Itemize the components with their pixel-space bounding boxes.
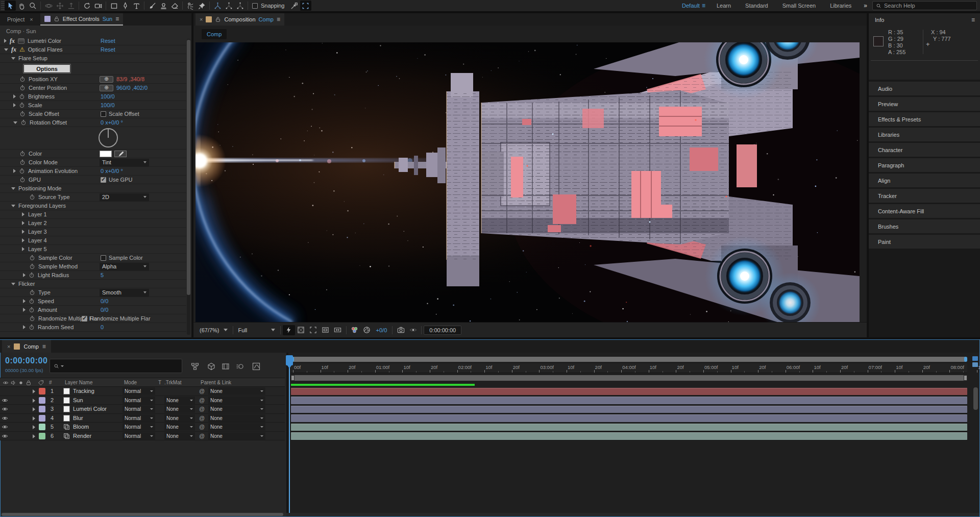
- time-ruler[interactable]: 00f10f20f01:00f10f20f02:00f10f20f03:00f1…: [291, 363, 967, 373]
- group-flicker[interactable]: Flicker: [0, 280, 186, 288]
- use-gpu-checkbox[interactable]: [101, 177, 106, 183]
- stopwatch-icon[interactable]: [29, 194, 35, 200]
- reset-link[interactable]: Reset: [101, 46, 115, 53]
- stopwatch-icon[interactable]: [19, 93, 25, 100]
- stopwatch-icon[interactable]: [19, 159, 26, 165]
- expand-icon[interactable]: [33, 425, 35, 429]
- reset-link[interactable]: Reset: [101, 38, 115, 44]
- expand-icon[interactable]: [33, 407, 35, 411]
- expand-icon[interactable]: [13, 103, 16, 107]
- puppet-pin-tool[interactable]: [196, 1, 207, 11]
- brush-tool[interactable]: [146, 1, 158, 11]
- work-area-bar[interactable]: [291, 375, 967, 381]
- panel-preview[interactable]: Preview: [869, 97, 980, 111]
- prop-position-xy[interactable]: Position XY ⊕ 83/9 ,340/8: [0, 75, 186, 84]
- color-mode-dropdown[interactable]: Tint: [100, 159, 149, 166]
- effect-row-lumetri[interactable]: fx Lumetri Color Reset: [0, 37, 186, 45]
- prop-rotation-offset[interactable]: Rotation Offset 0 x+0/0 °: [0, 118, 186, 127]
- layer-name[interactable]: Lumetri Color: [73, 406, 107, 412]
- prop-value[interactable]: 0: [101, 324, 104, 330]
- visibility-eye-icon[interactable]: [2, 406, 9, 412]
- prop-value[interactable]: 0 x+0/0 °: [101, 119, 123, 126]
- stopwatch-icon[interactable]: [19, 111, 26, 117]
- prop-value[interactable]: 0/0: [101, 307, 108, 313]
- region-of-interest-icon[interactable]: [307, 325, 320, 335]
- parent-dropdown[interactable]: None: [208, 432, 265, 440]
- pick-whip-icon[interactable]: @: [199, 406, 205, 412]
- parent-dropdown[interactable]: None: [208, 405, 265, 413]
- composition-tab-close-icon[interactable]: ×: [200, 16, 203, 22]
- pick-whip-icon[interactable]: @: [199, 397, 205, 403]
- stopwatch-icon[interactable]: [29, 255, 35, 261]
- prop-value[interactable]: 0/0: [101, 298, 108, 304]
- exposure-icon[interactable]: [361, 325, 373, 335]
- panel-align[interactable]: Align: [869, 174, 980, 187]
- magnification-dropdown[interactable]: (67/7%): [197, 326, 231, 335]
- prop-scale[interactable]: Scale 100/0: [0, 101, 186, 110]
- pick-whip-icon[interactable]: @: [199, 433, 205, 439]
- timeline-vertical-scrollbar[interactable]: [973, 387, 978, 512]
- col-t[interactable]: T: [158, 380, 161, 385]
- resolution-dropdown[interactable]: Full: [235, 326, 278, 335]
- collapse-icon[interactable]: [11, 187, 15, 190]
- prop-color[interactable]: Color: [0, 150, 186, 158]
- expand-icon[interactable]: [33, 416, 35, 421]
- effect-row-optical-flares[interactable]: fx ⚠ Optical Flares Reset: [0, 45, 186, 54]
- composition-flowchart-icon[interactable]: [189, 361, 201, 372]
- col-trkmat[interactable]: .TrkMat: [164, 380, 182, 385]
- layer-name[interactable]: Blur: [73, 415, 83, 421]
- options-button[interactable]: Options: [23, 64, 70, 73]
- timeline-search[interactable]: [50, 359, 182, 373]
- prop-flicker-type[interactable]: Type Smooth: [0, 288, 186, 297]
- col-number[interactable]: #: [49, 380, 52, 385]
- stopwatch-icon[interactable]: [19, 168, 25, 174]
- workspace-current[interactable]: Default: [677, 3, 702, 9]
- lock-icon[interactable]: [215, 16, 221, 22]
- collapse-icon[interactable]: [4, 48, 8, 51]
- group-layer-3[interactable]: Layer 3: [0, 228, 186, 236]
- expand-icon[interactable]: [33, 399, 35, 403]
- parent-dropdown[interactable]: None: [208, 414, 265, 422]
- rectangle-tool[interactable]: [108, 1, 119, 11]
- prop-color-mode[interactable]: Color Mode Tint: [0, 158, 186, 167]
- work-area-start-handle[interactable]: [291, 375, 295, 381]
- playhead-line[interactable]: [289, 356, 290, 513]
- stopwatch-icon[interactable]: [29, 307, 35, 313]
- stopwatch-icon[interactable]: [19, 177, 26, 183]
- prop-brightness[interactable]: Brightness 100/0: [0, 92, 186, 101]
- stopwatch-icon[interactable]: [29, 315, 35, 322]
- panel-paragraph[interactable]: Paragraph: [869, 158, 980, 172]
- parent-dropdown[interactable]: None: [208, 423, 265, 431]
- col-parent-link[interactable]: Parent & Link: [201, 380, 231, 385]
- transparency-grid-icon[interactable]: [295, 325, 307, 335]
- flicker-type-dropdown[interactable]: Smooth: [100, 289, 149, 297]
- stopwatch-icon[interactable]: [29, 289, 35, 296]
- sample-color-checkbox[interactable]: [101, 255, 106, 261]
- prop-gpu[interactable]: GPU Use GPU: [0, 176, 186, 184]
- world-axis-mode-icon[interactable]: [223, 1, 234, 11]
- expand-icon[interactable]: [13, 169, 16, 173]
- prop-sample-color[interactable]: Sample Color Sample Color: [0, 254, 186, 262]
- eyedropper-icon[interactable]: [114, 151, 127, 157]
- panel-tracker[interactable]: Tracker: [869, 189, 980, 203]
- view-axis-mode-icon[interactable]: [234, 1, 246, 11]
- panel-content-aware[interactable]: Content-Aware Fill: [869, 204, 980, 218]
- collapse-icon[interactable]: [11, 283, 15, 285]
- tab-composition[interactable]: × Composition Comp ≡: [195, 13, 284, 26]
- scale-offset-checkbox[interactable]: [101, 111, 106, 117]
- eraser-tool[interactable]: [169, 1, 180, 11]
- prop-value[interactable]: 960/0 ,402/0: [116, 85, 148, 91]
- layer-color-chip[interactable]: [39, 433, 45, 439]
- timeline-horizontal-scrollbar[interactable]: [1, 512, 286, 516]
- prop-sample-method[interactable]: Sample Method Alpha: [0, 262, 186, 271]
- expand-icon[interactable]: [22, 212, 24, 216]
- channel-rgb-icon[interactable]: [349, 325, 361, 335]
- timeline-zoom-widget[interactable]: [972, 356, 978, 361]
- layer-bar-bloom[interactable]: [291, 424, 967, 431]
- panel-libraries[interactable]: Libraries: [869, 128, 980, 141]
- stopwatch-icon[interactable]: [29, 324, 35, 330]
- timeline-search-input[interactable]: [65, 362, 173, 370]
- prop-center-position[interactable]: Center Position ⊕ 960/0 ,402/0: [0, 84, 186, 92]
- roto-brush-tool[interactable]: [185, 1, 196, 11]
- workspace-standard[interactable]: Standard: [738, 3, 775, 9]
